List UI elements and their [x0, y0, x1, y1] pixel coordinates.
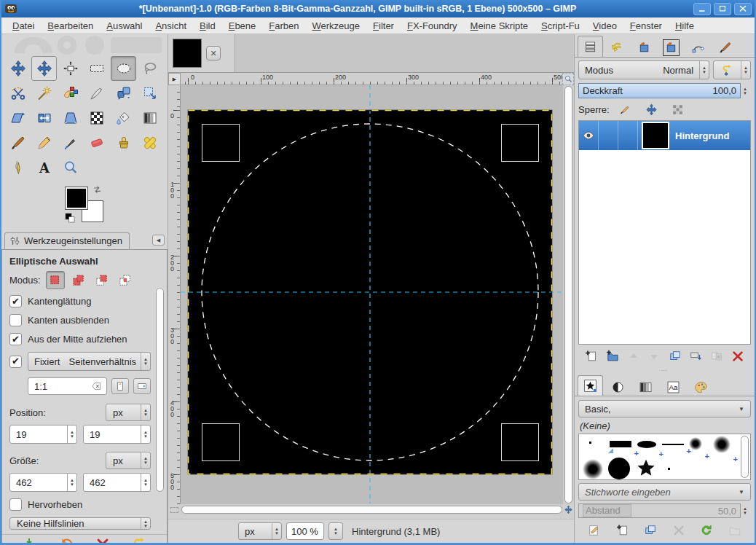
mode-switch-button[interactable]: [713, 60, 751, 79]
brush-button-duplicate-brush[interactable]: [641, 522, 660, 539]
tool-options-scrollbar[interactable]: [156, 288, 164, 492]
scroll-thumb[interactable]: [181, 506, 562, 514]
opacity-slider[interactable]: Deckkraft 100,0: [578, 83, 741, 98]
tool-shear[interactable]: [5, 106, 31, 130]
layer-button-new-group[interactable]: [603, 348, 622, 365]
size-width-input[interactable]: 462: [9, 473, 77, 492]
navigation-button[interactable]: [563, 504, 574, 515]
brush-fuzzy-large[interactable]: [713, 436, 731, 453]
size-unit-combo[interactable]: px: [106, 452, 151, 469]
brush-scrollbar[interactable]: [741, 436, 749, 478]
tool-perspective[interactable]: [58, 106, 84, 130]
layer-button-merge-down[interactable]: [686, 348, 705, 365]
tool-flip[interactable]: [31, 106, 57, 130]
opacity-spinner[interactable]: [741, 87, 751, 95]
option-checkbox-antialiasing[interactable]: Kantenglättung: [9, 295, 151, 307]
dock-splitter[interactable]: [575, 367, 755, 374]
menu-item[interactable]: Meine Skripte: [464, 19, 535, 33]
foreground-color-swatch[interactable]: [66, 187, 87, 209]
menu-item[interactable]: Hilfe: [669, 19, 701, 33]
position-unit-combo[interactable]: px: [106, 404, 151, 421]
menu-item[interactable]: FX-Foundry: [401, 19, 464, 33]
tool-scissors-select[interactable]: [5, 81, 31, 106]
fixed-checkbox[interactable]: [9, 356, 22, 368]
dock-tab-paths-dialog[interactable]: [685, 37, 711, 57]
menu-item[interactable]: Bearbeiten: [41, 19, 100, 33]
selection-mode-replace[interactable]: [46, 271, 65, 289]
scroll-thumb[interactable]: [564, 86, 572, 503]
brush-dock-tab-brushes[interactable]: [578, 375, 603, 396]
menu-item[interactable]: Fenster: [623, 19, 669, 33]
tool-airbrush[interactable]: [58, 130, 84, 155]
brush-button-open-brush-as-image[interactable]: [725, 522, 744, 539]
guides-combo[interactable]: Keine Hilfslinien: [9, 517, 151, 530]
spinner[interactable]: [272, 523, 281, 539]
spacing-spinner[interactable]: [741, 506, 751, 515]
tool-text[interactable]: A: [31, 155, 57, 180]
tool-cage-transform[interactable]: [84, 106, 110, 130]
option-checkbox-feather-edges[interactable]: Kanten ausblenden: [9, 314, 151, 326]
tool-eraser[interactable]: [84, 130, 110, 155]
layer-button-layer-mask[interactable]: [707, 348, 726, 365]
lock-button-lock-alpha[interactable]: [669, 101, 687, 118]
layer-mode-combo[interactable]: Modus Normal: [578, 60, 709, 79]
tool-fuzzy-select[interactable]: [31, 81, 57, 106]
preset-button-reset[interactable]: [130, 535, 150, 545]
selection-mode-add[interactable]: [69, 271, 88, 289]
brush-fuzzy-round[interactable]: [583, 459, 603, 479]
tool-paintbrush[interactable]: [5, 130, 31, 155]
tool-foreground-select[interactable]: [84, 81, 110, 106]
lock-button-lock-position[interactable]: [643, 101, 661, 118]
brush-button-new-brush[interactable]: [613, 522, 632, 539]
dock-menu-button[interactable]: [152, 235, 165, 246]
brush-small-dot[interactable]: [668, 468, 670, 470]
tool-scale[interactable]: [138, 81, 163, 106]
quick-mask-toggle[interactable]: [168, 504, 181, 515]
fixed-combo[interactable]: Fixiert Seitenverhältnis: [28, 352, 151, 371]
highlight-checkbox-row[interactable]: Hervorheben: [9, 498, 151, 511]
dock-tab-undo-history[interactable]: [605, 37, 630, 57]
portrait-button[interactable]: [111, 378, 129, 394]
menu-item[interactable]: Script-Fu: [535, 19, 586, 33]
spinner[interactable]: [141, 518, 150, 529]
layer-button-lower-layer[interactable]: [645, 348, 664, 365]
clear-icon[interactable]: [90, 381, 103, 391]
horizontal-scrollbar[interactable]: [181, 504, 563, 515]
default-colors-icon[interactable]: [64, 212, 76, 224]
window-button-close[interactable]: [734, 3, 752, 15]
tool-select-by-color[interactable]: [58, 81, 84, 106]
brush-button-edit-brush[interactable]: [585, 522, 604, 539]
dock-tab-channels[interactable]: [631, 37, 657, 57]
brush-button-delete-brush[interactable]: [669, 522, 688, 539]
menu-item[interactable]: Auswahl: [100, 19, 149, 33]
brush-grid[interactable]: [578, 434, 751, 480]
brush-fuzzy-small[interactable]: [689, 437, 702, 450]
tool-move[interactable]: [5, 56, 31, 81]
spinner[interactable]: [141, 404, 150, 420]
titlebar[interactable]: *[Unbenannt]-1.0 (RGB-Farben 8-Bit-Gamma…: [1, 0, 755, 17]
brush-button-refresh-brushes[interactable]: [697, 522, 716, 539]
menu-item[interactable]: Farben: [262, 19, 305, 33]
tool-free-select[interactable]: [138, 56, 163, 81]
preset-button-restore-preset[interactable]: [56, 535, 76, 545]
layer-button-new-layer[interactable]: [582, 348, 601, 365]
tab-tool-options[interactable]: Werkzeugeinstellungen: [4, 232, 130, 249]
zoom-level-input[interactable]: 100 %: [286, 522, 324, 540]
brush-dock-tab-palettes[interactable]: [688, 377, 714, 396]
brush-star[interactable]: [635, 458, 657, 479]
brush-filter-combo[interactable]: Basic,: [578, 400, 751, 417]
status-unit-combo[interactable]: px: [238, 522, 282, 540]
spinner[interactable]: [741, 61, 750, 79]
zoom-follow-window-button[interactable]: [562, 73, 574, 85]
brush-pixel[interactable]: [589, 442, 591, 444]
tool-paths[interactable]: [5, 155, 31, 180]
landscape-button[interactable]: [133, 378, 151, 394]
menu-item[interactable]: Datei: [6, 19, 41, 33]
vertical-scrollbar[interactable]: [563, 85, 574, 504]
tool-pencil[interactable]: [31, 130, 57, 155]
layer-row[interactable]: Hintergrund: [579, 121, 750, 150]
layer-button-raise-layer[interactable]: [624, 348, 643, 365]
brush-line[interactable]: [662, 444, 684, 445]
tool-ellipse-select[interactable]: [111, 56, 136, 81]
brush-block[interactable]: [610, 441, 631, 447]
